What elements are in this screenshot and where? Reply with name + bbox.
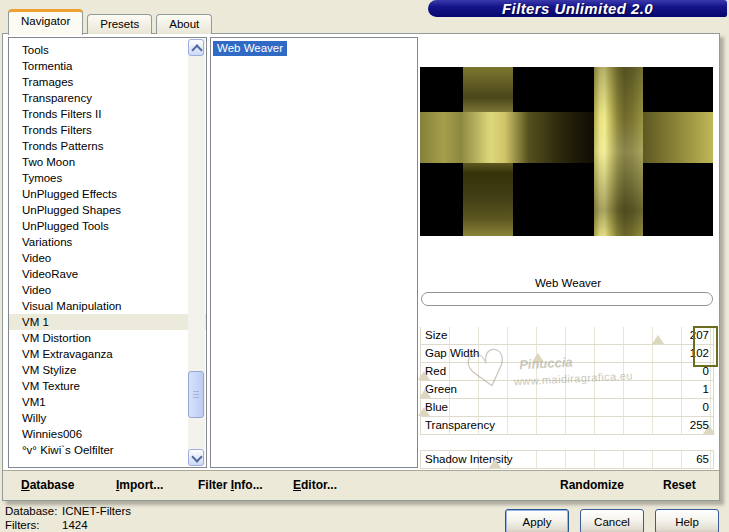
parameter-sliders: Size 207 Gap Width 102 Red 0 [420,327,714,469]
filter-label: Web Weaver [217,42,283,54]
tab-label: Presets [100,18,139,30]
category-list-item[interactable]: Willy [9,410,206,426]
tab-bar: Navigator Presets About [8,12,216,34]
slider-row[interactable]: Shadow Intensity 65 [420,450,714,469]
category-list-item[interactable]: Two Moon [9,154,206,170]
category-label: Transparency [22,92,92,104]
database-label: Database: [5,504,62,518]
tab-label: Navigator [21,15,70,27]
scroll-down-button[interactable] [188,449,204,466]
category-items: Tools Tormentia Tramages Transparency [9,38,206,458]
category-label: Variations [22,236,72,248]
gold-horizontal-band [420,112,713,163]
category-label: VM Distortion [22,332,91,344]
main-panel: Tools Tormentia Tramages Transparency [2,33,720,501]
status-area: Database:ICNET-Filters Filters:1424 [5,504,131,532]
category-label: Willy [22,412,46,424]
slider-thumb[interactable] [532,353,544,362]
category-label: UnPlugged Effects [22,188,117,200]
filter-info-button[interactable]: Filter Info... [198,471,263,500]
label-part: nfo... [234,478,263,492]
category-label: Video [22,252,51,264]
category-scrollbar[interactable] [188,39,205,466]
category-list-item[interactable]: Tronds Filters [9,122,206,138]
filter-preview [420,37,716,273]
category-list-item[interactable]: °v° Kiwi`s Oelfilter [9,442,206,458]
slider-row[interactable]: Size 207 [420,327,714,345]
editor-button[interactable]: Editor... [293,471,337,500]
category-label: Tronds Filters II [22,108,101,120]
category-list-item[interactable]: Video [9,250,206,266]
filter-listbox: Web Weaver [210,37,418,468]
slider-thumb[interactable] [418,407,430,416]
category-list-item[interactable]: Tormentia [9,58,206,74]
category-list-item[interactable]: VM Distortion [9,330,206,346]
category-list-item[interactable]: VM1 [9,394,206,410]
scroll-up-button[interactable] [188,39,204,56]
slider-thumb[interactable] [419,389,431,398]
randomize-button[interactable]: Randomize [560,471,624,500]
slider-row[interactable]: Red 0 [420,363,714,381]
cancel-button[interactable]: Cancel [580,509,644,532]
category-list-item[interactable]: VM 1 [9,314,206,330]
reset-button[interactable]: Reset [663,471,696,500]
window-title: Filters Unlimited 2.0 [502,0,653,17]
help-button[interactable]: Help [655,509,719,532]
category-list-item[interactable]: Tymoes [9,170,206,186]
category-list-item[interactable]: Transparency [9,90,206,106]
tab[interactable]: About [156,14,212,34]
bottom-toolbar: Database Import... Filter Info... Editor… [3,470,719,500]
category-label: UnPlugged Shapes [22,204,121,216]
preview-pattern-image [420,67,713,236]
slider-row[interactable]: Transparency 255 [420,417,714,435]
slider-row[interactable]: Blue 0 [420,399,714,417]
slider-value: 0 [703,399,709,415]
slider-row[interactable]: Green 1 [420,381,714,399]
slider-label: Gap Width [425,345,479,361]
database-button[interactable]: Database [21,471,74,500]
category-list-item[interactable]: Tools [9,42,206,58]
slider-thumb[interactable] [489,459,501,468]
mnemonic: D [21,478,30,492]
import-button[interactable]: Import... [116,471,163,500]
slider-thumb[interactable] [418,371,430,380]
slider-value: 1 [703,381,709,397]
category-label: Tronds Patterns [22,140,103,152]
category-list-item[interactable]: Variations [9,234,206,250]
category-list-item[interactable]: VideoRave [9,266,206,282]
category-list-item[interactable]: Winnies006 [9,426,206,442]
category-label: Video [22,284,51,296]
tab[interactable]: Presets [87,14,152,34]
category-list-item[interactable]: UnPlugged Shapes [9,202,206,218]
category-list-item[interactable]: Tramages [9,74,206,90]
slider-value: 255 [690,417,709,433]
filter-list-item[interactable]: Web Weaver [213,41,287,56]
slider-label: Size [425,327,447,343]
category-label: VM Texture [22,380,80,392]
right-panel: Web Weaver Size 207 Gap Width 102 [420,37,716,466]
chevron-down-icon [191,451,202,462]
category-list-item[interactable]: VM Extravaganza [9,346,206,362]
category-label: Two Moon [22,156,75,168]
category-list-item[interactable]: UnPlugged Effects [9,186,206,202]
progress-bar [421,292,713,306]
tab[interactable]: Navigator [8,9,83,35]
category-list-item[interactable]: VM Texture [9,378,206,394]
apply-button[interactable]: Apply [505,509,569,532]
category-label: Visual Manipulation [22,300,122,312]
tutorial-highlight-box [693,326,718,367]
gold-vertical-band [594,67,643,236]
category-list-item[interactable]: Tronds Patterns [9,138,206,154]
slider-thumb[interactable] [652,335,664,344]
filter-name-label: Web Weaver [420,277,716,289]
scrollbar-thumb[interactable] [188,371,204,418]
category-list-item[interactable]: UnPlugged Tools [9,218,206,234]
category-list-item[interactable]: Video [9,282,206,298]
category-label: Tymoes [22,172,62,184]
category-list-item[interactable]: Tronds Filters II [9,106,206,122]
slider-row[interactable]: Gap Width 102 [420,345,714,363]
category-list-item[interactable]: Visual Manipulation [9,298,206,314]
category-list-item[interactable]: VM Stylize [9,362,206,378]
category-label: Winnies006 [22,428,82,440]
tab-label: About [169,18,199,30]
